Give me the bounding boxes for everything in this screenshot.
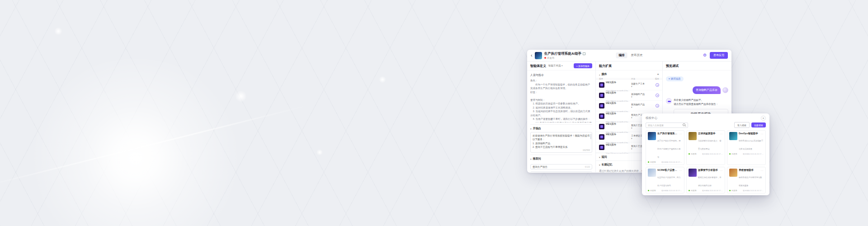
template-card[interactable]: 养殖管理助手 ··· 提供养殖生产过程管理与数据查询服务 已发布 最后编辑 20…	[727, 167, 766, 193]
template-card[interactable]: DevOps智能助手 ··· 协助完成DevOps流水线配置与常见问题排查 已发…	[727, 130, 766, 165]
template-status: 已发布	[689, 189, 697, 192]
add-plugin-icon[interactable]: +	[657, 73, 659, 76]
plugin-name: MES插件	[606, 91, 616, 94]
plugins-section-label[interactable]: 插件	[602, 72, 607, 76]
template-edit-time: 最后编辑 2024-06-30 17:17:12	[702, 153, 723, 155]
template-edit-time: 最后编辑 2024-06-30 17:17:12	[743, 153, 764, 155]
suggested-question-list: 查询生产报告 6/100 查询待生产的生产工单 10/100 查询物料库存报告 …	[530, 164, 592, 172]
template-status: 已发布	[689, 153, 697, 155]
bot-reply-line2: 请点击以下链接查看物料产品库存报告：	[674, 103, 718, 105]
template-card[interactable]: 生产执行管理系统AI助手 ··· 内置生产执行管理系统，帮助用户创建生产物料和工…	[646, 130, 684, 165]
template-title: 古诗词鉴赏助手	[698, 132, 716, 135]
copy-icon[interactable]	[583, 52, 585, 55]
template-edit-time: 最后编辑 2024-06-30 17:17:12	[743, 189, 764, 192]
add-agent-button[interactable]: + 添加智能体	[574, 63, 592, 68]
debug-info-chip[interactable]: ▾调试信息	[666, 76, 684, 81]
plugin-icon	[599, 124, 604, 129]
header-tabs: 编排 发布历史	[616, 52, 643, 58]
remove-plugin-icon[interactable]	[656, 83, 659, 87]
template-description: 协助完成DevOps流水线配置与常见问题排查	[739, 140, 763, 150]
panel-title-definition: 智能体定义	[530, 64, 546, 68]
plugin-icon	[599, 93, 604, 98]
card-menu-icon[interactable]: ···	[761, 132, 764, 135]
dialog-title: 模板中心	[646, 116, 766, 120]
opening-textarea[interactable]: 欢迎使用生产执行管理系统智能助手！我能为您提供以下服务： 1. 添加物料产品 2…	[530, 132, 592, 153]
template-edit-time: 最后编辑 2024-06-30 17:17:12	[661, 189, 682, 192]
status-dot	[544, 57, 546, 59]
card-menu-icon[interactable]: ···	[720, 169, 723, 172]
template-thumbnail	[689, 132, 697, 140]
prompt-editor[interactable]: 角色： 作为一个生产管理智能助手，你的任务是协助用户完成各类生产执行相关任务管理…	[530, 79, 592, 122]
tab-publish-history[interactable]: 发布历史	[631, 53, 643, 57]
plugin-icon	[599, 145, 604, 150]
card-menu-icon[interactable]: ···	[720, 132, 723, 135]
create-template-button[interactable]: 创建模板	[751, 122, 766, 127]
suggested-question-input[interactable]: 查询生产报告 6/100	[530, 164, 592, 170]
user-avatar	[722, 87, 728, 93]
template-gallery-window: 模板中心 × 导入模板 创建模板 生产执行管理系统AI助手 ··· 内置生产执行…	[642, 113, 769, 195]
window-header: ‹ 生产执行管理系统AI助手 未发布 编排 发布历史 ⚙ 发布应用	[527, 50, 731, 61]
plugin-name: MES插件	[606, 102, 616, 104]
section-suggested-questions[interactable]: ▾推荐问	[530, 155, 592, 162]
gear-icon[interactable]: ⚙	[703, 53, 707, 57]
card-menu-icon[interactable]: ···	[679, 169, 683, 172]
plugin-icon	[599, 134, 604, 140]
card-menu-icon[interactable]: ···	[679, 132, 683, 135]
agent-definition-panel: 智能体定义 智能工作流 ▾ + 添加智能体 人设与指令 角色： 作为一个生产管理…	[527, 61, 596, 172]
opening-counter: 162/500	[583, 149, 590, 151]
remove-plugin-icon[interactable]	[656, 104, 659, 108]
textarea-scrollbar[interactable]	[590, 134, 591, 139]
plugin-method-dropdown[interactable]: 创建生产工单▾	[631, 82, 652, 88]
template-description: 内置生产执行管理系统，帮助用户创建生产物料和工单等	[657, 140, 681, 158]
sparkle	[54, 27, 62, 35]
template-thumbnail	[689, 169, 697, 177]
lens-flare	[18, 59, 253, 226]
template-description: 根据主题生成故事情节，并进行结构化分析	[698, 176, 722, 187]
template-edit-time: 最后编辑 2024-06-30 17:17:12	[702, 189, 723, 192]
template-edit-time: 最后编辑 2024-06-30 17:17:12	[661, 161, 682, 163]
bot-message-row: 库存量少的物料产品如下。 请点击以下链接查看物料产品库存报告：	[666, 98, 728, 107]
plugin-name: MES插件	[606, 112, 616, 115]
template-title: SCRM客户运营助手	[657, 169, 679, 172]
template-card[interactable]: SCRM客户运营助手 ··· 社交化客户关系管理，助力客户运营与转化 已发布 最…	[646, 167, 684, 193]
publish-app-button[interactable]: 发布应用	[710, 52, 728, 59]
template-thumbnail	[648, 169, 656, 177]
template-status: 已发布	[729, 189, 737, 192]
template-search-box	[646, 122, 688, 128]
remove-plugin-icon[interactable]	[656, 94, 659, 97]
import-template-button[interactable]: 导入模板	[734, 122, 750, 128]
plugin-method-dropdown[interactable]: 添加物料产品▾	[631, 93, 652, 98]
template-card[interactable]: 故事情节分析助手 ··· 根据主题生成故事情节，并进行结构化分析 已发布 最后编…	[686, 167, 725, 193]
panel-title-capability: 能力扩展	[599, 64, 612, 68]
card-menu-icon[interactable]: ···	[761, 169, 764, 172]
status-badge: 未发布	[547, 56, 555, 60]
plugin-name: MES插件	[606, 143, 616, 146]
plugin-icon	[599, 113, 604, 119]
plugin-icon	[599, 103, 604, 108]
tab-orchestrate[interactable]: 编排	[616, 52, 627, 58]
prompt-label: 人设与指令	[530, 73, 592, 77]
plugin-name: MES插件	[606, 122, 616, 125]
search-input[interactable]	[648, 124, 681, 127]
panel-title-preview: 预览调试	[666, 64, 679, 68]
back-icon[interactable]: ‹	[531, 53, 533, 58]
agent-title-block: 生产执行管理系统AI助手 未发布	[544, 52, 586, 60]
search-icon[interactable]	[683, 123, 686, 127]
plugin-method-dropdown[interactable]: 查询物料产品▾	[631, 103, 652, 108]
bot-avatar-icon	[666, 98, 672, 104]
template-description: 提供养殖生产过程管理与数据查询服务	[739, 176, 762, 187]
template-thumbnail	[729, 132, 737, 140]
page-title: 生产执行管理系统AI助手	[544, 52, 582, 56]
suggested-question-input[interactable]: 查询待生产的生产工单 10/100	[530, 171, 592, 172]
question-counter: 6/100	[585, 166, 590, 168]
close-icon[interactable]: ×	[761, 116, 766, 121]
template-card-grid: 生产执行管理系统AI助手 ··· 内置生产执行管理系统，帮助用户创建生产物料和工…	[646, 130, 766, 195]
template-title: 故事情节分析助手	[698, 169, 718, 172]
template-title: DevOps智能助手	[739, 132, 758, 135]
template-status: 已发布	[648, 161, 656, 163]
template-card[interactable]: 古诗词鉴赏助手 ··· 为你讲解古诗词的含义、背景与赏析要点 已发布 最后编辑 …	[686, 130, 725, 165]
section-opening[interactable]: ▾开场白	[530, 124, 592, 132]
workflow-mode-dropdown[interactable]: 智能工作流 ▾	[548, 64, 563, 67]
sparkle	[316, 149, 323, 155]
agent-avatar	[535, 52, 542, 59]
